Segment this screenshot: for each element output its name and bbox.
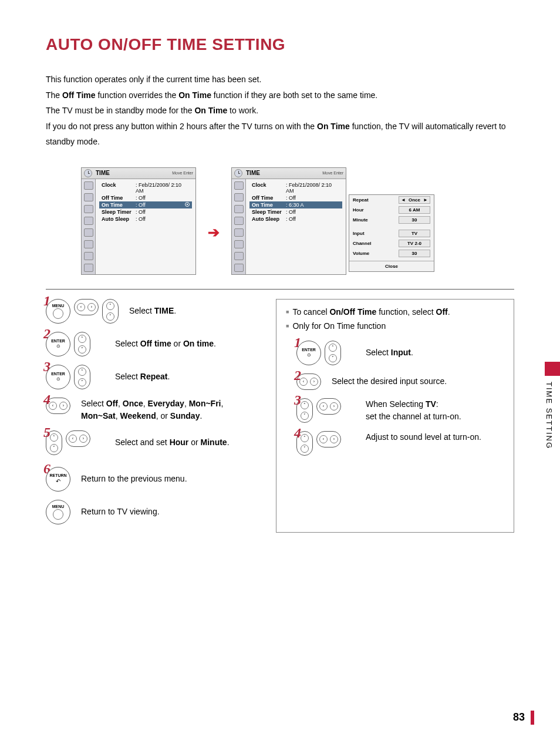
osd-panel-after: TIME Move Enter ClockFeb/21/2008/ 2:10 A… (231, 167, 346, 275)
menu-button-icon: MENU (46, 299, 70, 324)
side-tab: TIME SETTING (545, 376, 560, 470)
popup-hour-value: 6 AM (399, 206, 430, 214)
clock-icon (84, 169, 92, 177)
dpad-lr-icon: ‹› (74, 299, 99, 315)
osd-row-offtime: Off TimeOff (249, 194, 342, 201)
step-1: 1 MENU ‹› ˄˅ Select TIME. (46, 299, 264, 324)
dpad-ud-icon: ˄˅ (74, 365, 90, 389)
right-step-4: 4 ˄˅ ‹› Adjust to sound level at turn-on… (296, 431, 504, 456)
menu-icon (234, 252, 244, 260)
menu-icon (84, 264, 93, 272)
arrow-left-icon: ◄ (401, 197, 406, 203)
menu-icon (84, 228, 93, 237)
osd-panel-before: TIME Move Enter ClockFeb/21/2008/ 2:10 A… (81, 167, 196, 275)
menu-icon (234, 217, 244, 225)
dpad-lr-icon: ‹› (66, 430, 90, 447)
return-button-icon: RETURN (46, 467, 70, 492)
step-5: 5 ˄˅ ‹› Select and set Hour or Minute. (46, 430, 264, 455)
dpad-ud-icon: ˄˅ (74, 332, 90, 356)
enter-button-icon: ENTER (46, 365, 70, 389)
osd-row-sleep: Sleep TimerOff (249, 208, 342, 216)
osd-row-ontime-selected: On TimeOff (99, 201, 192, 208)
menu-icon (84, 252, 93, 260)
menu-icon (234, 181, 244, 190)
popup-channel-value: TV 2-0 (399, 240, 430, 247)
page-title: AUTO ON/OFF TIME SETTING (46, 35, 514, 54)
intro-block: This function operates only if the curre… (46, 72, 514, 150)
enter-button-icon: ENTER (46, 332, 70, 356)
menu-icon (234, 193, 244, 201)
menu-icon (234, 264, 244, 272)
step-4: 4 ‹› Select Off, Once, Everyday, Mon~Fri… (46, 398, 264, 422)
dpad-ud-icon: ˄˅ (325, 341, 341, 365)
menu-icon (234, 205, 244, 213)
osd-title: TIME (96, 170, 172, 176)
right-step-3: 3 ˄˅ ‹› When Selecting TV:set the channe… (296, 398, 504, 423)
osd-row-autosleep: Auto SleepOff (99, 216, 192, 223)
step-6: 6 RETURN Return to the previous menu. (46, 467, 264, 492)
side-tab-marker (545, 362, 560, 376)
step-3: 3 ENTER ˄˅ Select Repeat. (46, 365, 264, 389)
osd-sidebar (232, 179, 246, 274)
menu-icon (234, 228, 244, 237)
enter-button-icon: ENTER (296, 341, 321, 365)
osd-row-clock: ClockFeb/21/2008/ 2:10 AM (99, 181, 192, 194)
intro-line-2: The Off Time function overrides the On T… (46, 88, 514, 103)
osd-hints: Move Enter (172, 171, 193, 175)
step-2: 2 ENTER ˄˅ Select Off time or On time. (46, 332, 264, 356)
arrow-right-icon: ➔ (208, 224, 220, 241)
step-menu-return: MENU Return to TV viewing. (46, 500, 264, 524)
arrow-right-icon: ► (423, 197, 428, 203)
osd-hints: Move Enter (322, 171, 343, 175)
menu-icon (84, 217, 93, 225)
osd-row-autosleep: Auto SleepOff (249, 216, 342, 223)
menu-icon (84, 240, 93, 248)
dpad-ud-icon: ˄˅ (102, 299, 119, 324)
popup-repeat-value: ◄Once► (399, 196, 430, 204)
page-num-bar (531, 711, 534, 725)
right-step-1: 1 ENTER ˄˅ Select Input. (296, 341, 504, 365)
popup-input-value: TV (399, 230, 430, 237)
osd-popup: Repeat◄Once► Hour6 AM Minute30 InputTV C… (349, 194, 434, 272)
intro-line-3: The TV must be in standby mode for the O… (46, 103, 514, 119)
menu-button-icon: MENU (46, 500, 70, 524)
popup-close: Close (349, 261, 434, 271)
menu-icon (84, 205, 93, 213)
menu-icon (84, 193, 93, 201)
osd-title: TIME (246, 170, 322, 176)
osd-row-ontime-selected: On Time6:30 A (249, 201, 342, 208)
menu-icon (84, 181, 93, 190)
osd-sidebar (82, 179, 96, 274)
dpad-lr-icon: ‹› (316, 431, 341, 447)
intro-line-1: This function operates only if the curre… (46, 72, 514, 88)
popup-volume-value: 30 (399, 250, 430, 257)
osd-row-sleep: Sleep TimerOff (99, 208, 192, 216)
menu-icon (234, 240, 244, 248)
osd-row-offtime: Off TimeOff (99, 194, 192, 201)
divider (46, 289, 514, 290)
radio-icon (185, 202, 190, 207)
page-number: 83 (513, 711, 525, 724)
clock-icon (234, 169, 242, 177)
right-info-box: ■To cancel On/Off Time function, select … (276, 299, 514, 533)
popup-minute-value: 30 (399, 216, 430, 224)
dpad-lr-icon: ‹› (316, 398, 341, 415)
intro-line-4: If you do not press any button within 2 … (46, 119, 514, 150)
right-step-2: 2 ‹› Select the desired input source. (296, 374, 504, 390)
osd-row-clock: ClockFeb/21/2008/ 2:10 AM (249, 181, 342, 194)
side-tab-label: TIME SETTING (545, 376, 554, 470)
